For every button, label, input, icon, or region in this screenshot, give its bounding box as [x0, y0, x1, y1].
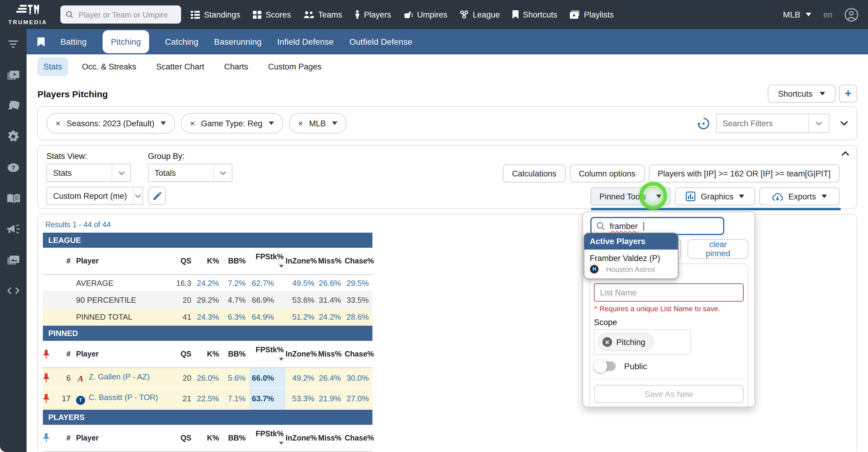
page-title: Players Pitching	[37, 88, 108, 99]
chevron-down-icon	[806, 13, 811, 16]
pin-player-search-value[interactable]: framber	[610, 222, 638, 230]
edit-report-button[interactable]	[148, 187, 166, 205]
add-page-button[interactable]: +	[839, 85, 857, 103]
nav-item-standings[interactable]: Standings	[191, 10, 240, 19]
pin-icon-red[interactable]	[43, 394, 50, 403]
tab-infield-defense[interactable]: Infield Defense	[277, 29, 334, 54]
stats-view-label: Stats View:	[46, 152, 131, 161]
column-options-button[interactable]: Column options	[570, 164, 645, 182]
filter-bar-collapse[interactable]	[840, 121, 848, 126]
nav-item-playlists[interactable]: Playlists	[570, 10, 614, 19]
nav-item-umpires[interactable]: Umpires	[404, 10, 447, 19]
tab-charts[interactable]: Charts	[218, 57, 254, 76]
remove-filter-icon[interactable]: ×	[298, 119, 303, 128]
settings-gear-icon[interactable]	[7, 130, 20, 143]
top-navbar: TRUMEDIA Standings Scores Teams	[0, 0, 868, 29]
controls-collapse-chevron[interactable]	[841, 151, 849, 156]
user-avatar[interactable]	[844, 7, 858, 22]
tab-catching[interactable]: Catching	[165, 29, 198, 54]
scope-box[interactable]: ✕ Pitching	[594, 329, 691, 355]
stats-view-select[interactable]: Stats	[46, 164, 131, 182]
app-root: TRUMEDIA Standings Scores Teams	[0, 0, 868, 452]
svg-text:?: ?	[11, 164, 15, 171]
nav-item-league[interactable]: League	[460, 10, 500, 19]
exports-button[interactable]: Exports	[760, 187, 840, 205]
pin-icon-red[interactable]	[43, 349, 50, 359]
remove-filter-icon[interactable]: ×	[190, 119, 195, 128]
pinned-tools-button[interactable]: Pinned Tools	[590, 187, 671, 205]
presentation-icon[interactable]	[7, 99, 20, 112]
tab-outfield-defense[interactable]: Outfield Defense	[349, 29, 412, 54]
col-chase-pct[interactable]: Chase%	[345, 248, 372, 275]
suggestion-team: Houston Astros	[584, 265, 678, 279]
custom-report-select[interactable]: Custom Report (me)	[46, 187, 143, 205]
col-player[interactable]: Player	[73, 248, 168, 275]
pin-icon-blue[interactable]	[43, 433, 50, 442]
col-fpstk-pct-sorted[interactable]: FPStk%	[249, 248, 285, 275]
shortcuts-button[interactable]: Shortcuts	[768, 85, 835, 103]
tab-batting[interactable]: Batting	[60, 29, 87, 54]
global-search[interactable]	[60, 5, 181, 24]
player-suggestion-popup: Active Players Framber Valdez (P) Housto…	[584, 233, 679, 279]
league-selector[interactable]: MLB	[783, 10, 811, 19]
remove-filter-icon[interactable]: ×	[56, 119, 60, 128]
search-filters-select[interactable]	[716, 114, 829, 133]
col-rank[interactable]: #	[57, 248, 73, 275]
standings-list-icon	[191, 10, 200, 19]
nav-item-scores[interactable]: Scores	[253, 10, 291, 19]
save-as-new-button[interactable]: Save As New	[594, 385, 744, 403]
trumedia-logo[interactable]: TRUMEDIA	[5, 4, 51, 25]
players-person-icon	[355, 10, 360, 19]
section-tabs: Batting Pitching Catching Baserunning In…	[27, 29, 868, 54]
player-link[interactable]: C. Bassitt (P - TOR)	[89, 393, 158, 401]
nav-item-players[interactable]: Players	[355, 10, 391, 19]
suggestion-player[interactable]: Framber Valdez (P)	[584, 250, 678, 265]
media-gallery-icon[interactable]	[7, 253, 20, 266]
group-by-select[interactable]: Totals	[148, 164, 232, 182]
player-link[interactable]: Z. Gallen (P - AZ)	[89, 372, 150, 381]
filter-pill-game-type[interactable]: × Game Type: Reg	[181, 113, 283, 134]
search-filters-chevron[interactable]	[808, 114, 829, 132]
user-avatar-icon	[844, 7, 858, 22]
filter-pill-mlb[interactable]: × MLB	[289, 113, 346, 134]
help-icon[interactable]: ?	[7, 161, 20, 174]
section-bar-league: LEAGUE	[43, 233, 372, 248]
nav-item-shortcuts[interactable]: Shortcuts	[513, 10, 557, 19]
tab-occ-streaks[interactable]: Occ. & Streaks	[76, 57, 143, 76]
pin-icon-red[interactable]	[43, 373, 50, 383]
col-inzone-pct[interactable]: InZone%	[285, 248, 318, 275]
player-filter-expression-button[interactable]: Players with [IP] >= 162 OR [IP] >= team…	[649, 164, 840, 182]
tab-baserunning[interactable]: Baserunning	[214, 29, 261, 54]
bookmark-icon[interactable]	[37, 37, 45, 46]
tab-scatter-chart[interactable]: Scatter Chart	[150, 57, 210, 76]
glossary-book-icon[interactable]	[7, 192, 20, 205]
filter-history-icon[interactable]	[697, 117, 710, 130]
clear-pinned-button[interactable]: clear pinned	[687, 239, 748, 259]
tab-custom-pages[interactable]: Custom Pages	[262, 57, 328, 76]
announcements-megaphone-icon[interactable]	[7, 222, 20, 236]
tab-stats[interactable]: Stats	[37, 57, 68, 76]
filter-icon[interactable]	[7, 37, 20, 51]
nav-item-teams[interactable]: Teams	[304, 10, 342, 19]
public-toggle[interactable]	[595, 361, 616, 371]
scores-grid-icon	[253, 10, 261, 19]
playlists-icon	[570, 10, 580, 19]
filter-pill-seasons[interactable]: × Seasons: 2023 (Default)	[46, 113, 175, 134]
col-miss-pct[interactable]: Miss%	[318, 248, 345, 275]
embed-code-icon[interactable]	[7, 284, 20, 297]
graphics-button[interactable]: Graphics	[675, 187, 755, 205]
tab-pitching[interactable]: Pitching	[102, 30, 149, 53]
pin-player-search[interactable]: framber	[590, 217, 724, 235]
remove-scope-icon[interactable]: ✕	[602, 337, 612, 347]
col-qs[interactable]: QS	[168, 248, 195, 275]
chevron-down-icon	[739, 195, 744, 198]
search-filters-input[interactable]	[716, 119, 808, 128]
language-toggle[interactable]: en	[823, 10, 832, 19]
col-bb-pct[interactable]: BB%	[223, 248, 249, 275]
global-search-input[interactable]	[77, 9, 176, 20]
col-k-pct[interactable]: K%	[195, 248, 223, 275]
pencil-icon	[152, 191, 161, 200]
video-playlists-icon[interactable]	[7, 68, 20, 82]
calculations-button[interactable]: Calculations	[503, 164, 566, 182]
list-name-input[interactable]	[594, 283, 744, 302]
